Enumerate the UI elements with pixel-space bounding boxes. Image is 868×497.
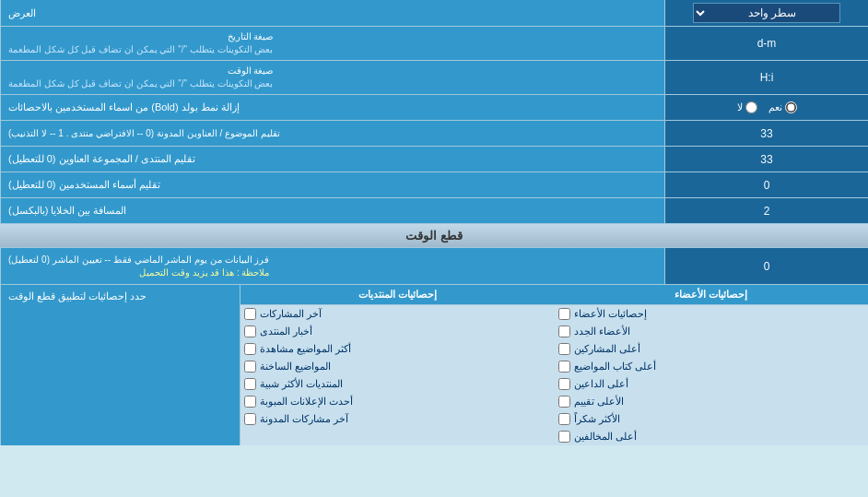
cb-top-writers: أعلى كتاب المواضيع (555, 358, 869, 375)
single-line-select[interactable]: سطر واحد سطران (693, 3, 840, 23)
cb-member-stats: إحصائيات الأعضاء (555, 305, 869, 323)
username-trim-row: تقليم أسماء المستخدمين (0 للتعطيل) (0, 172, 868, 198)
cb-classifieds-input[interactable] (244, 396, 256, 408)
radio-yes-label[interactable]: نعم (768, 101, 797, 113)
bold-remove-input: نعم لا (665, 95, 868, 120)
cb-top-callers: أعلى الداعين (555, 375, 869, 393)
cb-similar-forums-input[interactable] (244, 378, 256, 390)
cb-top-violators: أعلى المخالفين (555, 428, 869, 445)
date-format-row: صيغة التاريخبعض التكوينات يتطلب "/" التي… (0, 27, 868, 61)
cell-spacing-row: المسافة بين الخلايا (بالبكسل) (0, 198, 868, 224)
cb-blog-posts-input[interactable] (244, 413, 256, 425)
time-format-label: صيغة الوقتبعض التكوينات يتطلب "/" التي ي… (0, 61, 665, 94)
cb-classifieds: أحدث الإعلانات المبوبة (240, 393, 555, 410)
forum-trim-input[interactable] (665, 147, 868, 172)
cb-hot-topics-input[interactable] (244, 361, 256, 373)
time-format-field[interactable] (671, 71, 862, 84)
username-trim-label: تقليم أسماء المستخدمين (0 للتعطيل) (0, 172, 665, 197)
cb-member-stats-input[interactable] (558, 308, 570, 320)
cb-top-rated-input[interactable] (558, 396, 570, 408)
bold-remove-label: إزالة نمط بولد (Bold) من اسماء المستخدمي… (0, 95, 665, 120)
stats-main-label: حدد إحصائيات لتطبيق قطع الوقت (0, 285, 240, 445)
topic-trim-field[interactable] (671, 127, 862, 140)
date-format-field[interactable] (671, 37, 862, 50)
date-format-label: صيغة التاريخبعض التكوينات يتطلب "/" التي… (0, 27, 665, 60)
topic-trim-row: تقليم الموضوع / العناوين المدونة (0 -- ا… (0, 121, 868, 147)
cell-spacing-input[interactable] (665, 198, 868, 223)
display-row: العرض سطر واحد سطران (0, 0, 868, 27)
bold-remove-row: إزالة نمط بولد (Bold) من اسماء المستخدمي… (0, 95, 868, 121)
cb-top-rated: الأعلى تقييم (555, 393, 869, 410)
forum-stats-header: إحصائيات المنتديات (240, 285, 555, 305)
display-label: العرض (0, 0, 665, 26)
topic-trim-input[interactable] (665, 121, 868, 146)
forum-trim-field[interactable] (671, 153, 862, 166)
cb-forum-news: أخبار المنتدى (240, 323, 555, 340)
cb-blog-posts: آخر مشاركات المدونة (240, 410, 555, 428)
cb-new-members-input[interactable] (558, 325, 570, 337)
display-input[interactable]: سطر واحد سطران (665, 0, 868, 26)
cb-forum-news-input[interactable] (244, 325, 256, 337)
cb-top-writers-input[interactable] (558, 361, 570, 373)
topic-trim-label: تقليم الموضوع / العناوين المدونة (0 -- ا… (0, 121, 665, 146)
forum-trim-label: تقليم المنتدى / المجموعة العناوين (0 للت… (0, 147, 665, 172)
time-cut-header: قطع الوقت (0, 224, 868, 248)
filter-data-row: فرز البيانات من يوم الماشر الماضي فقط --… (0, 248, 868, 285)
cb-most-thanked-input[interactable] (558, 413, 570, 425)
filter-data-label: فرز البيانات من يوم الماشر الماضي فقط --… (0, 248, 665, 284)
cb-hot-topics: المواضيع الساخنة (240, 358, 555, 375)
filter-data-field[interactable] (671, 260, 862, 273)
cb-top-posters-input[interactable] (558, 343, 570, 355)
cell-spacing-label: المسافة بين الخلايا (بالبكسل) (0, 198, 665, 223)
forum-stats-col: إحصائيات المنتديات آخر المشاركات أخبار ا… (240, 285, 555, 445)
cb-top-posters: أعلى المشاركين (555, 340, 869, 358)
stats-container: حدد إحصائيات لتطبيق قطع الوقت إحصائيات ا… (0, 285, 868, 445)
cb-new-members: الأعضاء الجدد (555, 323, 869, 340)
filter-data-input[interactable] (665, 248, 868, 284)
cb-similar-forums: المنتديات الأكثر شبية (240, 375, 555, 393)
radio-yes[interactable] (785, 101, 797, 113)
radio-no[interactable] (745, 101, 757, 113)
cb-most-viewed-input[interactable] (244, 343, 256, 355)
date-format-input[interactable] (665, 27, 868, 60)
username-trim-input[interactable] (665, 172, 868, 197)
time-format-input[interactable] (665, 61, 868, 94)
cb-last-posts-input[interactable] (244, 308, 256, 320)
cb-last-posts: آخر المشاركات (240, 305, 555, 323)
cb-most-thanked: الأكثر شكراً (555, 410, 869, 428)
cell-spacing-field[interactable] (671, 205, 862, 218)
username-trim-field[interactable] (671, 179, 862, 192)
member-stats-col: إحصائيات الأعضاء إحصائيات الأعضاء الأعضا… (555, 285, 869, 445)
forum-trim-row: تقليم المنتدى / المجموعة العناوين (0 للت… (0, 147, 868, 172)
radio-no-label[interactable]: لا (737, 101, 757, 113)
cb-top-violators-input[interactable] (558, 431, 570, 443)
cb-most-viewed: أكثر المواضيع مشاهدة (240, 340, 555, 358)
member-stats-header: إحصائيات الأعضاء (555, 285, 869, 305)
main-container: العرض سطر واحد سطران صيغة التاريخبعض الت… (0, 0, 868, 445)
bold-radio-group: نعم لا (730, 101, 804, 113)
time-format-row: صيغة الوقتبعض التكوينات يتطلب "/" التي ي… (0, 61, 868, 95)
cb-top-callers-input[interactable] (558, 378, 570, 390)
